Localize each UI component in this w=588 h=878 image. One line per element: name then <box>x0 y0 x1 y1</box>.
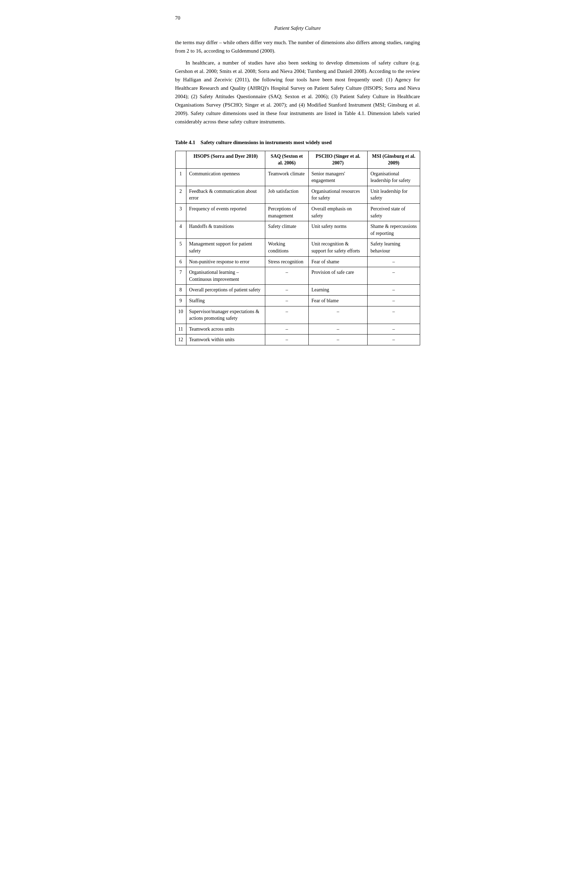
cell-msi: – <box>368 256 420 267</box>
safety-culture-table: HSOPS (Sorra and Dyer 2010) SAQ (Sexton … <box>175 151 420 345</box>
cell-msi: – <box>368 267 420 285</box>
table-row: 12Teamwork within units––– <box>175 335 420 345</box>
table-row: 8Overall perceptions of patient safety–L… <box>175 285 420 296</box>
table-row: 6Non-punitive response to errorStress re… <box>175 256 420 267</box>
cell-pscho: – <box>308 324 368 335</box>
cell-hsops: Management support for patient safety <box>186 239 265 256</box>
col-header-saq: SAQ (Sexton et al. 2006) <box>265 151 309 168</box>
cell-saq: – <box>265 267 309 285</box>
table-row: 11Teamwork across units––– <box>175 324 420 335</box>
cell-pscho: Unit recognition & support for safety ef… <box>308 239 368 256</box>
cell-hsops: Overall perceptions of patient safety <box>186 285 265 296</box>
col-header-num <box>175 151 186 168</box>
cell-hsops: Teamwork within units <box>186 335 265 345</box>
cell-msi: Unit leadership for safety <box>368 186 420 203</box>
cell-hsops: Frequency of events reported <box>186 204 265 221</box>
cell-pscho: Organisational resources for safety <box>308 186 368 203</box>
cell-msi: Safety learning behaviour <box>368 239 420 256</box>
cell-saq: Safety climate <box>265 221 309 239</box>
cell-msi: – <box>368 335 420 345</box>
cell-hsops: Communication openness <box>186 168 265 186</box>
cell-row-num: 6 <box>175 256 186 267</box>
table-row: 4Handoffs & transitionsSafety climateUni… <box>175 221 420 239</box>
cell-row-num: 2 <box>175 186 186 203</box>
cell-saq: – <box>265 285 309 296</box>
cell-row-num: 10 <box>175 306 186 324</box>
cell-row-num: 11 <box>175 324 186 335</box>
cell-msi: – <box>368 306 420 324</box>
cell-pscho: – <box>308 335 368 345</box>
col-header-pscho: PSCHO (Singer et al. 2007) <box>308 151 368 168</box>
cell-saq: Job satisfaction <box>265 186 309 203</box>
cell-msi: – <box>368 285 420 296</box>
cell-saq: – <box>265 324 309 335</box>
table-caption-title: Safety culture dimensions in instruments… <box>201 140 332 145</box>
cell-saq: – <box>265 335 309 345</box>
table-row: 5Management support for patient safetyWo… <box>175 239 420 256</box>
cell-hsops: Feedback & communication about error <box>186 186 265 203</box>
table-row: 7Organisational learning – Continuous im… <box>175 267 420 285</box>
cell-pscho: Provision of safe care <box>308 267 368 285</box>
cell-msi: – <box>368 324 420 335</box>
cell-hsops: Staffing <box>186 296 265 307</box>
cell-hsops: Supervisor/manager expectations & action… <box>186 306 265 324</box>
cell-pscho: Unit safety norms <box>308 221 368 239</box>
table-caption-label: Table 4.1 <box>175 140 195 145</box>
col-header-hsops: HSOPS (Sorra and Dyer 2010) <box>186 151 265 168</box>
cell-saq: – <box>265 306 309 324</box>
cell-hsops: Organisational learning – Continuous imp… <box>186 267 265 285</box>
cell-msi: Perceived state of safety <box>368 204 420 221</box>
table-row: 3Frequency of events reportedPerceptions… <box>175 204 420 221</box>
cell-row-num: 3 <box>175 204 186 221</box>
cell-row-num: 1 <box>175 168 186 186</box>
cell-saq: Perceptions of management <box>265 204 309 221</box>
cell-pscho: Overall emphasis on safety <box>308 204 368 221</box>
cell-pscho: Fear of blame <box>308 296 368 307</box>
table-row: 2Feedback & communication about errorJob… <box>175 186 420 203</box>
cell-hsops: Handoffs & transitions <box>186 221 265 239</box>
cell-row-num: 9 <box>175 296 186 307</box>
cell-row-num: 12 <box>175 335 186 345</box>
cell-saq: Teamwork climate <box>265 168 309 186</box>
table-row: 10Supervisor/manager expectations & acti… <box>175 306 420 324</box>
cell-saq: Working conditions <box>265 239 309 256</box>
cell-msi: Shame & repercussions of reporting <box>368 221 420 239</box>
cell-row-num: 7 <box>175 267 186 285</box>
cell-hsops: Teamwork across units <box>186 324 265 335</box>
cell-row-num: 8 <box>175 285 186 296</box>
col-header-msi: MSI (Ginsburg et al. 2009) <box>368 151 420 168</box>
cell-pscho: Learning <box>308 285 368 296</box>
page-title: Patient Safety Culture <box>175 24 420 32</box>
paragraph-1: the terms may differ – while others diff… <box>175 38 420 55</box>
cell-row-num: 5 <box>175 239 186 256</box>
cell-hsops: Non-punitive response to error <box>186 256 265 267</box>
cell-saq: – <box>265 296 309 307</box>
cell-msi: Organisational leadership for safety <box>368 168 420 186</box>
cell-pscho: – <box>308 306 368 324</box>
cell-row-num: 4 <box>175 221 186 239</box>
cell-pscho: Fear of shame <box>308 256 368 267</box>
table-row: 9Staffing–Fear of blame– <box>175 296 420 307</box>
cell-msi: – <box>368 296 420 307</box>
table-row: 1Communication opennessTeamwork climateS… <box>175 168 420 186</box>
cell-saq: Stress recognition <box>265 256 309 267</box>
cell-pscho: Senior managers' engagement <box>308 168 368 186</box>
page-number: 70 <box>175 14 420 22</box>
paragraph-2: In healthcare, a number of studies have … <box>175 59 420 126</box>
